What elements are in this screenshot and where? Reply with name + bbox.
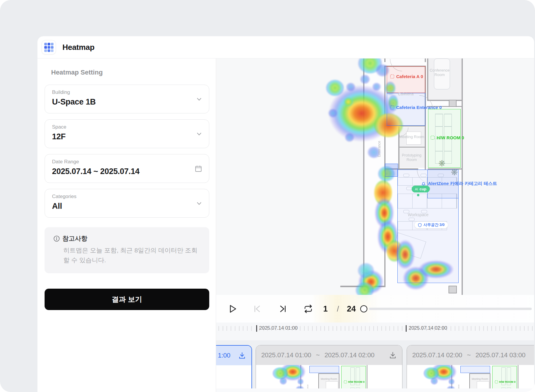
floorplan: ❋ ❋ Conference Room Cafeteria Meeting Ro… <box>216 59 534 323</box>
camera-zone-icon <box>390 105 394 109</box>
mini-meeting-label: Meeting Room <box>472 377 488 380</box>
building-select[interactable]: Building U-Space 1B <box>45 85 209 113</box>
calendar-icon <box>194 165 202 173</box>
mini-heatmap <box>407 365 534 392</box>
timeline-hour-label: 2025.07.14 01:00 <box>259 325 298 331</box>
elevator <box>449 286 457 293</box>
mini-hw-label: H/W ROOM 0 <box>495 380 516 383</box>
thumbnail-header: 2025.07.14 01:00 ~ 2025.07.14 02:00 <box>256 345 402 365</box>
date-range-picker[interactable]: Date Range 2025.07.14 ~ 2025.07.14 <box>45 154 209 183</box>
frame-current: 1 <box>323 304 328 313</box>
office-badge: 사무공간 3/0 <box>415 222 448 228</box>
note-box: 참고사항 히트맵은 오늘 포함, 최근 8일간의 데이터만 조회할 수 있습니다… <box>45 227 209 273</box>
timeline-slider-knob[interactable] <box>360 305 367 312</box>
player-bar: 1 / 24 <box>216 295 534 323</box>
zone-blue-square[interactable] <box>385 164 398 177</box>
mini-hw-label: H/W ROOM 0 <box>344 380 365 383</box>
camera-zone-icon <box>390 75 394 78</box>
play-button[interactable] <box>228 304 237 314</box>
download-icon[interactable] <box>389 351 397 359</box>
wall <box>398 147 426 148</box>
camera-zone-icon <box>431 136 435 140</box>
shield-icon <box>418 223 422 227</box>
timeline-ruler[interactable]: 2025.07.14 01:002025.07.14 02:00 <box>216 323 534 340</box>
room-label-cafeteria: Cafeteria <box>397 92 415 96</box>
zone-label-hw-room: H/W ROOM 0 <box>431 135 464 140</box>
thumbnail-map: Meeting Room H/W ROOM 0 Enterance <box>256 365 402 392</box>
mini-meeting-label: Meeting Room <box>321 377 337 380</box>
timeline-slider-track[interactable] <box>369 308 532 310</box>
zone-label-cafeteria-entrance: Cafeteria Enterance 0 <box>390 105 442 110</box>
wall <box>425 59 426 62</box>
view-results-button[interactable]: 결과 보기 <box>45 289 209 310</box>
timeline-hour-label: 2025.07.14 02:00 <box>409 325 447 331</box>
loop-button[interactable] <box>303 304 313 313</box>
room-label-workspace: Workspace <box>406 212 430 217</box>
skip-forward-button[interactable] <box>279 305 287 313</box>
ai-cup-badge: AI cup <box>412 186 430 192</box>
thumbnail-map <box>216 365 251 392</box>
chevron-down-icon <box>196 200 202 207</box>
thumbnail-header: 2025.07.14 02:00 ~ 2025.07.14 03:00 <box>407 345 534 365</box>
note-body: 히트맵은 오늘 포함, 최근 8일간의 데이터만 조회할 수 있습니다. <box>63 246 202 265</box>
wall <box>363 59 364 287</box>
download-icon[interactable] <box>238 352 246 360</box>
room-label-prototyping: Prototyping Room <box>399 153 424 162</box>
screen-background: Heatmap Heatmap Setting Building U-Space… <box>0 0 535 392</box>
thumbnail-card-selected[interactable]: 1:00 <box>216 345 252 392</box>
wall <box>427 59 428 101</box>
page-title: Heatmap <box>62 43 95 52</box>
grid-icon <box>44 43 54 52</box>
thumbnail-header: 1:00 <box>216 346 251 365</box>
chevron-down-icon <box>196 96 202 102</box>
heatmap-viewport: ❋ ❋ Conference Room Cafeteria Meeting Ro… <box>216 59 534 392</box>
thumbnail-card[interactable]: 2025.07.14 02:00 ~ 2025.07.14 03:00 <box>407 345 534 392</box>
bottom-edge <box>216 388 534 392</box>
wall <box>462 59 463 295</box>
hourly-thumbnails: 1:00 2025.07.14 01:00 ~ <box>216 340 534 389</box>
skip-back-button[interactable] <box>253 305 261 313</box>
thumbnail-card[interactable]: 2025.07.14 01:00 ~ 2025.07.14 02:00 <box>256 345 402 392</box>
zone-label-alertzone: AlertZone 카메라 카테고리 테스트 <box>421 181 497 186</box>
elevator <box>449 100 457 107</box>
zone-label-cafeteria-a: Cafeteria A 0 <box>390 74 423 79</box>
chevron-down-icon <box>196 131 202 137</box>
note-title: 참고사항 <box>62 234 87 243</box>
app-header: Heatmap <box>37 36 534 59</box>
settings-sidebar: Heatmap Setting Building U-Space 1B Spac… <box>37 59 216 392</box>
room-label-entrance: Enterance <box>377 141 381 157</box>
categories-select[interactable]: Categories All <box>45 189 209 218</box>
ai-cup-marker <box>417 194 419 196</box>
settings-title: Heatmap Setting <box>51 69 209 76</box>
space-select[interactable]: Space 12F <box>45 119 209 148</box>
frame-separator: / <box>337 304 339 313</box>
room-label-conference: Conference Room <box>428 68 451 77</box>
wall <box>384 59 385 62</box>
app-window: Heatmap Heatmap Setting Building U-Space… <box>37 36 534 392</box>
thumbnail-map: Meeting Room H/W ROOM 0 Enterance <box>407 365 534 392</box>
room-label-meeting: Meeting Room <box>398 135 425 139</box>
zone-cafeteria-a[interactable] <box>387 66 425 93</box>
frame-total: 24 <box>347 304 356 313</box>
app-logo <box>42 40 56 54</box>
info-icon <box>54 235 60 242</box>
